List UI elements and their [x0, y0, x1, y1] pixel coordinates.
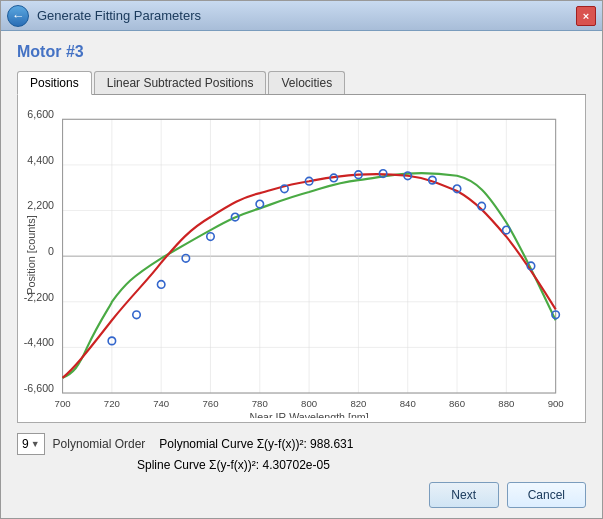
poly-row: 9 ▼ Polynomial Order Polynomial Curve Σ(…	[17, 433, 586, 455]
svg-text:820: 820	[350, 398, 367, 409]
tabs-container: Positions Linear Subtracted Positions Ve…	[17, 71, 586, 95]
title-bar: ← Generate Fitting Parameters ×	[1, 1, 602, 31]
svg-point-28	[133, 311, 140, 319]
chart-area: 6,600 4,400 2,200 0 -2,200 -4,400 -6,600…	[17, 95, 586, 423]
svg-text:700: 700	[55, 398, 72, 409]
chart-svg: 6,600 4,400 2,200 0 -2,200 -4,400 -6,600…	[22, 103, 577, 418]
bottom-section: 9 ▼ Polynomial Order Polynomial Curve Σ(…	[17, 433, 586, 472]
svg-point-30	[182, 255, 189, 263]
svg-text:900: 900	[548, 398, 565, 409]
dropdown-arrow-icon[interactable]: ▼	[31, 439, 40, 449]
window-title: Generate Fitting Parameters	[37, 8, 201, 23]
poly-curve-label: Polynomial Curve Σ(y-f(x))²:	[159, 437, 306, 451]
back-button[interactable]: ←	[7, 5, 29, 27]
svg-text:Position [counts]: Position [counts]	[25, 215, 37, 295]
svg-text:Near IR Wavelength [nm]: Near IR Wavelength [nm]	[249, 411, 368, 418]
polynomial-order-label: Polynomial Order	[53, 437, 146, 451]
poly-curve-value: 988.631	[310, 437, 353, 451]
spline-row: Spline Curve Σ(y-f(x))²: 4.30702e-05	[137, 458, 586, 472]
svg-text:-4,400: -4,400	[24, 336, 54, 348]
svg-text:2,200: 2,200	[27, 199, 54, 211]
svg-text:760: 760	[202, 398, 219, 409]
buttons-row: Next Cancel	[17, 482, 586, 508]
spline-curve-label: Spline Curve Σ(y-f(x))²:	[137, 458, 259, 472]
svg-text:740: 740	[153, 398, 170, 409]
polynomial-order-selector[interactable]: 9 ▼	[17, 433, 45, 455]
content-area: Motor #3 Positions Linear Subtracted Pos…	[1, 31, 602, 518]
title-bar-left: ← Generate Fitting Parameters	[7, 5, 201, 27]
poly-curve-info: Polynomial Curve Σ(y-f(x))²: 988.631	[159, 437, 353, 451]
next-button[interactable]: Next	[429, 482, 499, 508]
svg-text:-6,600: -6,600	[24, 382, 54, 394]
svg-text:6,600: 6,600	[27, 108, 54, 120]
svg-text:0: 0	[48, 245, 54, 257]
svg-text:780: 780	[252, 398, 269, 409]
polynomial-order-value: 9	[22, 437, 29, 451]
motor-title: Motor #3	[17, 43, 586, 61]
main-window: ← Generate Fitting Parameters × Motor #3…	[0, 0, 603, 519]
tab-linear-subtracted[interactable]: Linear Subtracted Positions	[94, 71, 267, 94]
svg-text:4,400: 4,400	[27, 154, 54, 166]
svg-text:800: 800	[301, 398, 318, 409]
close-button[interactable]: ×	[576, 6, 596, 26]
cancel-button[interactable]: Cancel	[507, 482, 586, 508]
spline-curve-value: 4.30702e-05	[262, 458, 329, 472]
svg-text:720: 720	[104, 398, 121, 409]
svg-text:840: 840	[400, 398, 417, 409]
tab-velocities[interactable]: Velocities	[268, 71, 345, 94]
svg-text:860: 860	[449, 398, 466, 409]
tab-positions[interactable]: Positions	[17, 71, 92, 95]
svg-text:880: 880	[498, 398, 515, 409]
